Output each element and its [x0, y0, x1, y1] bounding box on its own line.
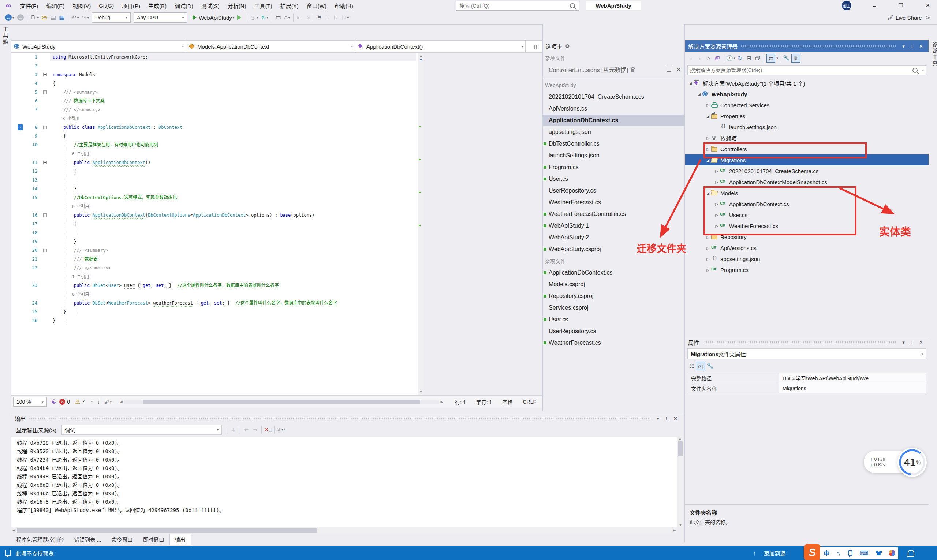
bottom-panel-tab[interactable]: 即时窗口	[138, 534, 169, 545]
close-icon[interactable]: ✕	[917, 43, 926, 49]
prev-issue-icon[interactable]: ↑	[91, 399, 93, 405]
fold-collapse-icon[interactable]	[43, 249, 47, 252]
window-position-icon[interactable]: ▾	[900, 43, 907, 49]
bottom-panel-tab[interactable]: 错误列表 ...	[69, 534, 106, 545]
ime-toolbox-icon[interactable]	[889, 551, 894, 555]
goto-last-message-icon[interactable]: ⤓	[229, 426, 237, 434]
undo-button[interactable]: ↶▾	[70, 13, 80, 22]
solution-platform-dropdown[interactable]: Any CPU▾	[134, 12, 187, 23]
maximize-button[interactable]: ❐	[894, 0, 907, 11]
alphabetical-sort-icon[interactable]: A↓	[697, 362, 705, 371]
open-document-tab[interactable]: WeatherForecast.cs	[543, 197, 684, 208]
fold-collapse-icon[interactable]	[43, 73, 47, 77]
pin-icon[interactable]: ⊥	[907, 340, 917, 345]
solution-explorer-sync-button[interactable]: ⌂▾	[283, 13, 291, 22]
code-line[interactable]: 10 //主要是框架在用，有时候用户也可能用到	[11, 140, 418, 149]
solution-search-box[interactable]: ▾	[688, 65, 926, 75]
code-line[interactable]: 4{	[11, 79, 418, 88]
code-line[interactable]: 20 /// <summary>	[11, 246, 418, 255]
close-tab-icon[interactable]: ✕	[674, 67, 684, 72]
ime-language-icon[interactable]: 中	[823, 549, 829, 557]
code-cleanup-icon[interactable]: 🖌	[104, 399, 109, 405]
window-position-icon[interactable]: ▾	[654, 416, 662, 421]
preview-document-tab[interactable]: ControllerEn...sions [从元数据]✕	[543, 64, 684, 75]
expanded-arrow-icon[interactable]: ◢	[705, 114, 711, 118]
toolbox-side-tab[interactable]: 工具箱	[2, 26, 9, 45]
search-input[interactable]	[456, 3, 570, 9]
properties-wrench-icon[interactable]: 🔧	[706, 362, 714, 370]
open-file-button[interactable]: 🗁	[41, 13, 49, 22]
split-editor-icon[interactable]: ◫	[534, 43, 539, 49]
menu-item[interactable]: 生成(B)	[144, 1, 171, 10]
bookmark-prev-button[interactable]: ⚐	[324, 13, 331, 22]
codelens-row[interactable]: 8 个引用	[11, 114, 418, 123]
prev-message-icon[interactable]: ⇐	[242, 426, 250, 434]
solution-explorer-titlebar[interactable]: 解决方案资源管理器 ▾ ⊥ ✕	[685, 40, 929, 52]
fold-collapse-icon[interactable]	[43, 91, 47, 94]
editor-horizontal-scrollbar[interactable]	[124, 400, 439, 404]
solution-configuration-dropdown[interactable]: Debug▾	[92, 12, 131, 23]
open-document-tab[interactable]: WeatherForecastController.cs	[543, 208, 684, 220]
preview-selected-items-icon[interactable]: 🗏	[791, 54, 800, 63]
output-titlebar[interactable]: 输出 ▾ ⊥ ✕	[11, 413, 684, 423]
code-line[interactable]: 18	[11, 228, 418, 237]
bookmark-clear-button[interactable]: ⚐▾	[340, 13, 350, 22]
tree-item[interactable]: ▷Connected Services	[685, 100, 929, 111]
tree-item[interactable]: ▷Program.cs	[685, 264, 929, 275]
fold-collapse-icon[interactable]	[43, 126, 47, 129]
collapsed-arrow-icon[interactable]: ▷	[714, 169, 720, 173]
memory-usage-bubble[interactable]: 41 %	[897, 448, 927, 477]
add-to-source-control[interactable]: 添加到源	[763, 549, 785, 557]
open-document-tab[interactable]: UserRepository.cs	[543, 325, 684, 337]
warning-count[interactable]: 7	[82, 399, 85, 405]
menu-item[interactable]: 调试(D)	[171, 1, 197, 10]
fold-collapse-icon[interactable]	[43, 161, 47, 165]
find-in-files-button[interactable]: 🗀	[274, 13, 282, 22]
open-document-tab[interactable]: Repository.csproj	[543, 290, 684, 302]
code-line[interactable]: 25 }	[11, 308, 418, 316]
collapsed-arrow-icon[interactable]: ▷	[705, 136, 711, 140]
code-line[interactable]: 8↥ public class ApplicationDbContext : D…	[11, 123, 418, 132]
open-document-tab[interactable]: Services.csproj	[543, 302, 684, 314]
menu-item[interactable]: 项目(P)	[118, 1, 144, 10]
property-value[interactable]: Migrations	[779, 383, 926, 393]
open-document-tab[interactable]: appsettings.json	[543, 126, 684, 138]
open-document-tab[interactable]: WebApiStudy:1	[543, 220, 684, 232]
output-source-dropdown[interactable]: 调试▾	[62, 425, 222, 435]
code-line[interactable]: 14 }	[11, 185, 418, 193]
push-arrow-icon[interactable]: ↑	[753, 550, 756, 556]
bottom-panel-tab[interactable]: 程序包管理器控制台	[11, 534, 69, 545]
new-project-button[interactable]: 🗋▾	[30, 13, 40, 22]
bottom-panel-tab[interactable]: 命令窗口	[106, 534, 138, 545]
sogou-ime-icon[interactable]: S	[804, 544, 821, 560]
code-line[interactable]: 3namespace Models	[11, 70, 418, 79]
code-line[interactable]: 7 /// </summary>	[11, 105, 418, 114]
codelens-row[interactable]: 0 个引用	[11, 202, 418, 211]
expanded-arrow-icon[interactable]: ◢	[688, 81, 693, 85]
indent-mode-indicator[interactable]: 空格	[502, 398, 512, 406]
notifications-bell-icon[interactable]	[908, 550, 914, 556]
sync-with-active-document-icon[interactable]: ⇄	[766, 54, 775, 63]
menu-item[interactable]: 分析(N)	[224, 1, 250, 10]
close-button[interactable]: ✕	[922, 0, 934, 11]
output-vertical-scrollbar[interactable]: ▲ ▼	[677, 437, 684, 527]
tree-item[interactable]: ◢解决方案"WebApiStudy"(1 个项目/共 1 个)	[685, 78, 929, 89]
menu-item[interactable]: Git(G)	[95, 2, 118, 9]
codelens-row[interactable]: 1 个引用	[11, 272, 418, 281]
output-horizontal-scrollbar[interactable]: ◀ ▶	[11, 527, 677, 533]
start-debugging-button[interactable]: WebApiStudy▾	[191, 13, 235, 22]
collapsed-arrow-icon[interactable]: ▷	[705, 103, 711, 107]
collapsed-arrow-icon[interactable]: ▷	[705, 235, 711, 239]
properties-object-dropdown[interactable]: Migrations 文件夹属性 ▾	[688, 348, 926, 359]
back-icon[interactable]: ‹	[687, 54, 695, 62]
ime-punctuation-icon[interactable]: °,	[837, 551, 840, 556]
gear-icon[interactable]: ⚙	[565, 43, 570, 49]
breadcrumb-segment[interactable]: ApplicationDbContext()▾	[355, 41, 526, 52]
close-icon[interactable]: ✕	[917, 340, 926, 345]
bookmark-next-button[interactable]: ⚐	[332, 13, 339, 22]
keyboard-icon[interactable]: ⌨	[860, 550, 868, 557]
save-button[interactable]: ▤	[49, 13, 57, 22]
code-line[interactable]: 12 {	[11, 167, 418, 176]
codelens-row[interactable]: 0 个引用	[11, 290, 418, 298]
code-line[interactable]: 9 {	[11, 132, 418, 140]
